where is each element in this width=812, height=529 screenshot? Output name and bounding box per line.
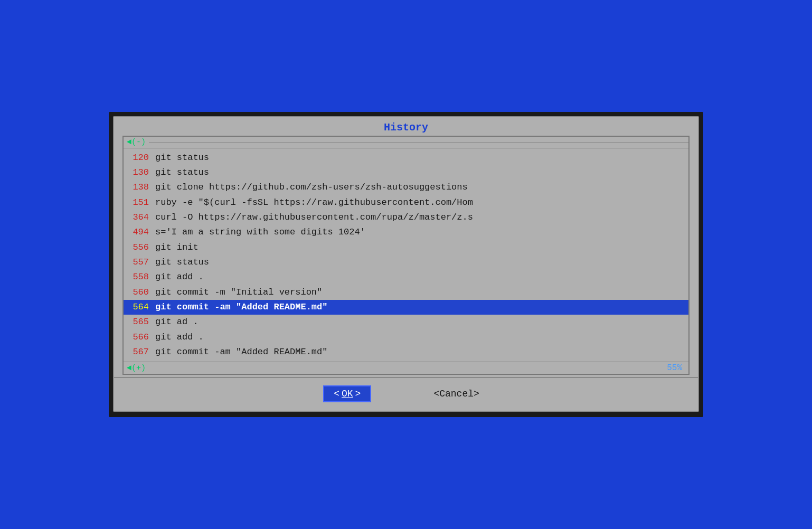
line-command: git status (155, 151, 209, 165)
history-row[interactable]: 494s='I am a string with some digits 102… (124, 225, 688, 240)
dialog-buttons: < OK > <Cancel> (114, 378, 698, 411)
history-box-top: ◄(-) (124, 137, 688, 148)
line-number: 364 (128, 211, 155, 224)
line-command: git commit -m "Initial version" (155, 286, 322, 299)
history-row[interactable]: 557git status (124, 255, 688, 270)
history-row[interactable]: 558git add . (124, 270, 688, 285)
line-number: 564 (128, 300, 155, 314)
history-row[interactable]: 130git status (124, 165, 688, 180)
scroll-percent: 55% (667, 363, 688, 373)
line-number: 130 (128, 166, 155, 180)
history-row[interactable]: 567git commit -am "Added README.md" (124, 345, 688, 360)
history-box: ◄(-) 120git status130git status138git cl… (122, 136, 690, 375)
ok-left-arrow: < (334, 389, 339, 399)
line-number: 556 (128, 241, 155, 254)
line-number: 138 (128, 181, 155, 194)
line-command: git clone https://github.com/zsh-users/z… (155, 181, 468, 194)
history-list[interactable]: 120git status130git status138git clone h… (124, 148, 688, 362)
history-row[interactable]: 565git ad . (124, 315, 688, 329)
line-command: git ad . (155, 315, 199, 329)
top-corner-marker: ◄(-) (124, 138, 149, 147)
ok-label: OK (339, 389, 355, 399)
ok-right-arrow: > (355, 389, 361, 399)
dialog-title: History (384, 121, 428, 134)
line-number: 566 (128, 330, 155, 344)
history-box-bottom: ◄(+) 55% (124, 362, 688, 374)
history-row[interactable]: 151ruby -e "$(curl -fsSL https://raw.git… (124, 195, 688, 210)
ok-button[interactable]: < OK > (323, 385, 371, 402)
history-row[interactable]: 564git commit -am "Added README.md" (124, 300, 688, 315)
history-row[interactable]: 556git init (124, 240, 688, 255)
line-command: git status (155, 256, 209, 269)
line-number: 494 (128, 225, 155, 239)
dialog-content: ◄(-) 120git status130git status138git cl… (114, 136, 698, 377)
line-command: git add . (155, 330, 204, 344)
line-command: git commit -am "Added README.md" (155, 300, 327, 314)
history-row[interactable]: 560git commit -m "Initial version" (124, 285, 688, 300)
cancel-label: <Cancel> (433, 389, 479, 399)
line-command: git status (155, 166, 209, 180)
line-command: ruby -e "$(curl -fsSL https://raw.github… (155, 196, 473, 210)
line-number: 557 (128, 256, 155, 269)
line-number: 565 (128, 315, 155, 329)
dialog-shadow: History ◄(-) 120git status130git status1… (109, 112, 703, 418)
line-number: 558 (128, 270, 155, 284)
dialog-title-bar: History (114, 117, 698, 136)
history-row[interactable]: 566git add . (124, 330, 688, 345)
cancel-button[interactable]: <Cancel> (424, 386, 488, 401)
history-row[interactable]: 364curl -O https://raw.githubusercontent… (124, 210, 688, 225)
line-number: 151 (128, 196, 155, 210)
line-number: 560 (128, 286, 155, 299)
bottom-corner-marker: ◄(+) (124, 364, 149, 373)
line-command: s='I am a string with some digits 1024' (155, 225, 365, 239)
line-number: 120 (128, 151, 155, 165)
line-command: curl -O https://raw.githubusercontent.co… (155, 211, 473, 224)
line-number: 567 (128, 345, 155, 359)
line-command: git add . (155, 270, 204, 284)
history-row[interactable]: 120git status (124, 150, 688, 165)
history-row[interactable]: 138git clone https://github.com/zsh-user… (124, 180, 688, 195)
line-command: git commit -am "Added README.md" (155, 345, 327, 359)
history-dialog: History ◄(-) 120git status130git status1… (113, 116, 699, 412)
top-divider-line (149, 142, 688, 143)
line-command: git init (155, 241, 199, 254)
